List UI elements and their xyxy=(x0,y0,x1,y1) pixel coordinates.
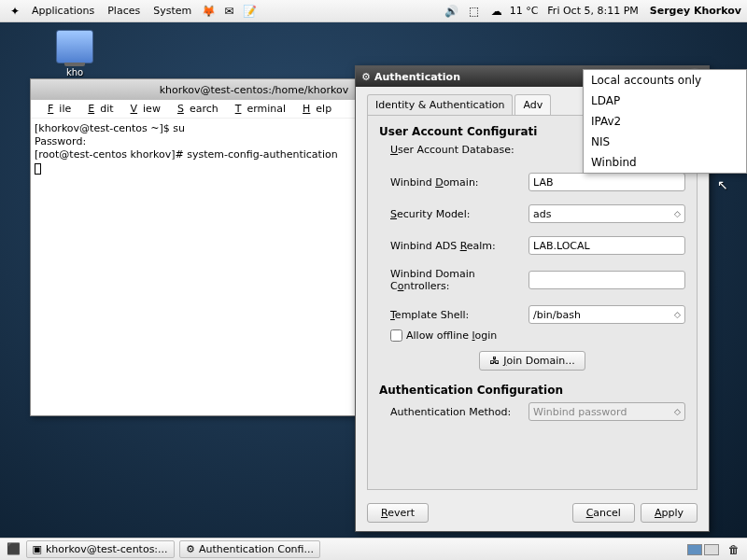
join-icon: 🖧 xyxy=(489,355,500,367)
auth-title-icon: ⚙ xyxy=(361,71,371,83)
dropdown-option-ldap[interactable]: LDAP xyxy=(584,91,746,111)
auth-title-text: Authentication xyxy=(374,71,460,83)
terminal-task-icon: ▣ xyxy=(33,543,42,555)
user-label[interactable]: Sergey Khorkov xyxy=(650,5,741,17)
input-ads-realm[interactable] xyxy=(529,236,685,255)
checkbox-offline-login[interactable] xyxy=(390,329,402,342)
computer-icon xyxy=(56,30,93,63)
mail-icon[interactable]: ✉ xyxy=(221,4,236,19)
chevron-updown-icon: ◇ xyxy=(674,407,681,416)
terminal-cursor xyxy=(35,163,41,175)
chevron-updown-icon: ◇ xyxy=(674,209,681,218)
temperature-label: 11 °C xyxy=(510,5,539,17)
menu-applications[interactable]: Applications xyxy=(26,2,100,20)
terminal-menu-edit[interactable]: Edit xyxy=(77,101,119,117)
network-icon[interactable]: ⬚ xyxy=(467,4,482,19)
label-offline-login: Allow offline login xyxy=(406,329,497,342)
select-security-model[interactable]: ads◇ xyxy=(529,204,685,223)
volume-icon[interactable]: 🔊 xyxy=(444,4,459,19)
menu-places[interactable]: Places xyxy=(102,2,146,20)
workspace-pager[interactable] xyxy=(687,544,719,555)
dropdown-option-local[interactable]: Local accounts only xyxy=(584,70,746,91)
tab-advanced[interactable]: Adv xyxy=(514,94,551,115)
terminal-menu-view[interactable]: View xyxy=(120,101,166,117)
top-panel: ✦ Applications Places System 🦊 ✉ 📝 🔊 ⬚ ☁… xyxy=(0,0,747,22)
show-desktop-icon[interactable]: ⬛ xyxy=(6,541,21,556)
select-template-shell[interactable]: /bin/bash◇ xyxy=(529,305,685,324)
terminal-menu-search[interactable]: Search xyxy=(166,101,224,117)
label-security-model: Security Model: xyxy=(379,208,529,220)
datetime-label: Fri Oct 5, 8:11 PM xyxy=(547,5,638,17)
label-template-shell: Template Shell: xyxy=(379,309,529,321)
terminal-menu-help[interactable]: Help xyxy=(291,101,337,117)
select-auth-method: Winbind password◇ xyxy=(529,402,685,421)
weather-icon: ☁ xyxy=(489,4,504,19)
desktop-computer-icon[interactable]: kho xyxy=(47,30,103,77)
label-auth-method: Authentication Method: xyxy=(379,406,529,418)
auth-task-icon: ⚙ xyxy=(186,543,195,555)
input-winbind-domain[interactable] xyxy=(529,173,685,191)
input-domain-controllers[interactable] xyxy=(529,271,685,289)
section-auth-config: Authentication Configuration xyxy=(379,384,685,397)
dropdown-option-ipav2[interactable]: IPAv2 xyxy=(584,111,746,132)
label-ads-realm: Winbind ADS Realm: xyxy=(379,240,529,252)
chevron-updown-icon: ◇ xyxy=(674,310,681,319)
join-domain-button[interactable]: 🖧Join Domain... xyxy=(479,351,585,371)
menu-system[interactable]: System xyxy=(148,2,197,20)
taskbar-auth[interactable]: ⚙Authentication Confi... xyxy=(179,540,320,558)
firefox-icon[interactable]: 🦊 xyxy=(201,4,216,19)
label-account-database: User Account Database: xyxy=(379,144,529,156)
trash-icon[interactable]: 🗑 xyxy=(726,542,741,557)
desktop-icon-label: kho xyxy=(47,67,103,77)
dropdown-option-winbind[interactable]: Winbind xyxy=(584,152,746,173)
terminal-menu-terminal[interactable]: Terminal xyxy=(224,101,291,117)
revert-button[interactable]: Revert xyxy=(367,503,429,523)
account-database-dropdown: Local accounts only LDAP IPAv2 NIS Winbi… xyxy=(583,69,747,174)
note-icon[interactable]: 📝 xyxy=(242,4,257,19)
taskbar-terminal[interactable]: ▣khorkov@test-centos:... xyxy=(26,540,175,558)
tab-identity-auth[interactable]: Identity & Authentication xyxy=(367,94,513,115)
bottom-panel: ⬛ ▣khorkov@test-centos:... ⚙Authenticati… xyxy=(0,538,747,560)
apply-button[interactable]: Apply xyxy=(641,503,698,523)
label-domain-controllers: Winbind Domain Controllers: xyxy=(379,268,529,292)
distro-icon: ✦ xyxy=(7,4,22,19)
label-winbind-domain: Winbind Domain: xyxy=(379,176,529,189)
terminal-menu-file[interactable]: File xyxy=(36,101,77,117)
cancel-button[interactable]: Cancel xyxy=(572,503,635,523)
dropdown-option-nis[interactable]: NIS xyxy=(584,132,746,152)
mouse-cursor: ↖ xyxy=(717,177,728,192)
